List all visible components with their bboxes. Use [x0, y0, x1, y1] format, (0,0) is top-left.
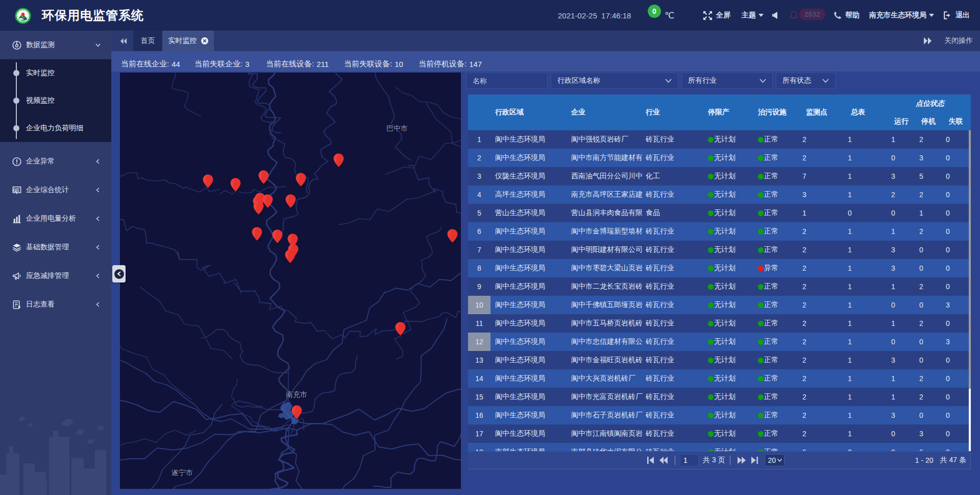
cell-industry: 砖瓦行业	[641, 185, 703, 204]
chart-icon	[12, 214, 21, 223]
cell-limit-production: 无计划	[703, 351, 754, 369]
tab-close-icon[interactable]	[201, 37, 208, 44]
col-header-lost[interactable]: 失联	[938, 112, 974, 130]
first-page-button[interactable]	[644, 454, 657, 467]
stat-item: 当前失联企业:3	[194, 54, 250, 74]
chevron-icon	[95, 245, 101, 250]
table-row[interactable]: 16 阆中生态环境局 阆中市石子页岩机砖厂 砖瓦行业 无计划 正常 2 1 3 …	[468, 406, 971, 425]
table-row[interactable]: 10 阆中生态环境局 阆中千佛镇五郎垭页岩 砖瓦行业 无计划 正常 2 1 0 …	[468, 296, 971, 314]
map-panel[interactable]: 巴中市南充市遂宁市	[120, 73, 461, 489]
table-row[interactable]: 6 阆中生态环境局 阆中市金博瑞新型墙材 砖瓦行业 无计划 正常 2 1 1 2…	[468, 222, 971, 241]
table-row[interactable]: 4 高坪生态环境局 南充市高坪区王家店建 砖瓦行业 无计划 正常 3 1 2 2…	[468, 185, 971, 204]
grid-scrollbar-thumb[interactable]	[969, 130, 971, 389]
sidebar-item-chart[interactable]: 企业用电量分析	[0, 204, 111, 233]
next-page-button[interactable]	[735, 454, 748, 467]
table-row[interactable]: 13 阆中生态环境局 阆中市金福旺页岩机砖 砖瓦行业 无计划 正常 2 1 3 …	[468, 351, 971, 369]
table-row[interactable]: 9 阆中生态环境局 阆中市二龙长宝页岩砖 砖瓦行业 无计划 正常 2 1 1 2…	[468, 277, 971, 296]
map-marker-icon[interactable]	[296, 173, 306, 187]
map-marker-icon[interactable]	[395, 322, 406, 336]
cell-monitor-points: 2	[783, 130, 826, 149]
mute-button[interactable]	[771, 0, 779, 31]
map-marker-icon[interactable]	[230, 178, 241, 192]
table-row[interactable]: 11 阆中生态环境局 阆中市五马桥页岩机砖 砖瓦行业 无计划 正常 2 1 1 …	[468, 314, 971, 333]
table-row[interactable]: 2 阆中生态环境局 阆中市南方节能建材有 砖瓦行业 无计划 正常 2 1 0 3…	[468, 149, 971, 167]
table-row[interactable]: 12 阆中生态环境局 阆中市忠信建材有限公 砖瓦行业 无计划 正常 2 1 0 …	[468, 333, 971, 351]
close-operations-button[interactable]: 关闭操作	[944, 31, 973, 51]
sidebar-item-stats[interactable]: 企业综合统计	[0, 176, 111, 204]
status-select[interactable]: 所有状态	[776, 73, 836, 89]
map-marker-icon[interactable]	[447, 229, 458, 243]
map-marker-icon[interactable]	[253, 201, 264, 215]
sidebar-item-layers[interactable]: 基础数据管理	[0, 233, 111, 262]
cell-total-meters: 0	[828, 204, 871, 222]
col-header-meters[interactable]: 总表	[837, 95, 879, 130]
cell-disconnected: 0	[926, 259, 969, 277]
table-row[interactable]: 3 仪陇生态环境局 西南油气田分公司川中 化工 无计划 正常 7 1 3 5 0	[468, 167, 971, 185]
map-marker-icon[interactable]	[258, 170, 269, 184]
map-city-label: 南充市	[286, 390, 307, 399]
sidebar-submenu-item[interactable]: 实时监控	[0, 59, 111, 87]
cell-total-meters: 1	[828, 333, 871, 351]
table-row[interactable]: 14 阆中生态环境局 阆中大兴页岩机砖厂 砖瓦行业 无计划 正常 2 1 1 2…	[468, 369, 971, 388]
chevron-icon	[95, 302, 101, 307]
sidebar-item-log[interactable]: 日志查看	[0, 290, 111, 319]
status-dot-green	[758, 413, 764, 418]
col-header-limit[interactable]: 停限产	[703, 95, 754, 130]
cell-disconnected: 0	[926, 130, 969, 149]
map-marker-icon[interactable]	[285, 194, 296, 208]
page-size-select[interactable]: 20	[765, 454, 785, 466]
grid-scrollbar-track[interactable]	[969, 130, 971, 451]
theme-menu[interactable]: 主题	[742, 0, 764, 31]
sidebar-menu: 数据监测 实时监控 视频监控 企业电力负荷明细 企业异常 企业综合统计 企业用电…	[0, 31, 111, 319]
col-header-region[interactable]: 行政区域	[491, 95, 567, 130]
cell-region: 阆中生态环境局	[491, 406, 567, 425]
alarm-count-badge[interactable]: 2632	[799, 9, 825, 20]
page-number-input[interactable]	[680, 454, 699, 466]
map-collapse-button[interactable]	[112, 265, 126, 282]
tabs-scroll-left-button[interactable]	[115, 31, 132, 51]
tab-realtime-monitor[interactable]: 实时监控	[162, 31, 214, 51]
table-row[interactable]: 1 阆中生态环境局 阆中强锐页岩砖厂 砖瓦行业 无计划 正常 2 1 1 2 0	[468, 130, 971, 149]
help-button[interactable]: 帮助	[834, 0, 860, 31]
tab-home[interactable]: 首页	[133, 31, 162, 51]
sidebar-submenu-item[interactable]: 视频监控	[0, 87, 111, 114]
map-marker-icon[interactable]	[291, 405, 302, 419]
col-header-industry[interactable]: 行业	[641, 95, 703, 130]
alarm-bell-button[interactable]	[790, 0, 798, 31]
status-dot-green	[758, 358, 764, 363]
col-header-points[interactable]: 监测点	[795, 95, 838, 130]
fullscreen-button[interactable]: 全屏	[703, 0, 730, 31]
cell-company: 西南油气田分公司川中	[567, 167, 641, 185]
map-marker-icon[interactable]	[285, 249, 296, 264]
region-select[interactable]: 行政区域名称	[551, 73, 678, 89]
col-header-facility[interactable]: 治污设施	[753, 95, 795, 130]
last-page-button[interactable]	[748, 454, 762, 467]
map-marker-icon[interactable]	[272, 229, 283, 244]
sidebar-item-megaphone[interactable]: 应急减排管理	[0, 262, 111, 290]
status-dot-green	[708, 174, 714, 179]
table-row[interactable]: 5 营山生态环境局 营山县润丰肉食品有限 食品 无计划 正常 1 0 0 1 0	[468, 204, 971, 222]
table-row[interactable]: 15 阆中生态环境局 阆中市光富页岩机砖厂 砖瓦行业 无计划 正常 2 1 1 …	[468, 388, 971, 406]
status-dot-green	[758, 394, 764, 400]
sidebar-submenu-item[interactable]: 企业电力负荷明细	[0, 114, 111, 142]
table-row[interactable]: 8 阆中生态环境局 阆中市枣碧大梁山页岩 砖瓦行业 无计划 异常 2 1 3 0…	[468, 259, 971, 277]
table-row[interactable]: 17 阆中生态环境局 阆中市江南镇阆南页岩 砖瓦行业 无计划 正常 2 1 0 …	[468, 425, 971, 443]
name-search-input[interactable]	[466, 73, 548, 89]
table-row[interactable]: 7 阆中生态环境局 阆中明阳建材有限公司 砖瓦行业 无计划 正常 2 1 3 0…	[468, 241, 971, 259]
cell-industry: 砖瓦行业	[641, 406, 703, 425]
map-marker-icon[interactable]	[203, 174, 213, 188]
sidebar-item-alert[interactable]: 企业异常	[0, 147, 111, 176]
org-menu[interactable]: 南充市生态环境局	[869, 0, 934, 31]
sidebar-item-gauge[interactable]: 数据监测	[0, 31, 111, 59]
col-header-company[interactable]: 企业	[567, 95, 642, 130]
prev-page-button[interactable]	[657, 454, 670, 467]
tabs-scroll-right-button[interactable]	[923, 31, 932, 51]
map-marker-icon[interactable]	[262, 194, 273, 208]
industry-select[interactable]: 所有行业	[681, 73, 773, 89]
map-marker-icon[interactable]	[252, 227, 262, 241]
logout-button[interactable]: 退出	[943, 0, 970, 31]
table-row[interactable]: 18 南部生态环境局 南部县砖华水泥有限公 砖瓦行业 无计划 正常 6 0 0 …	[468, 443, 971, 451]
sidebar-subitem-label: 视频监控	[26, 96, 55, 105]
cell-industry: 砖瓦行业	[641, 277, 703, 296]
map-marker-icon[interactable]	[333, 153, 344, 168]
